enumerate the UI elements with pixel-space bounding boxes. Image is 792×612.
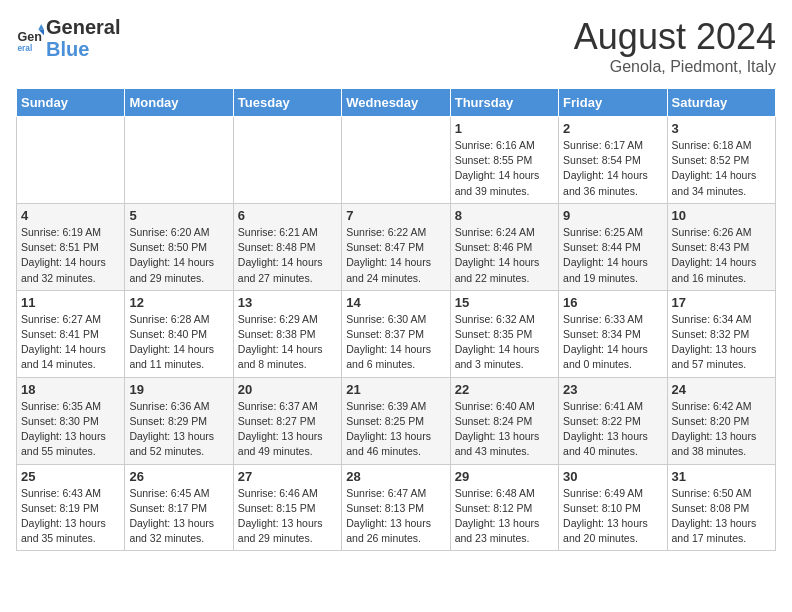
calendar-cell <box>125 117 233 204</box>
calendar-week-row: 4Sunrise: 6:19 AM Sunset: 8:51 PM Daylig… <box>17 203 776 290</box>
day-info: Sunrise: 6:46 AM Sunset: 8:15 PM Dayligh… <box>238 486 337 547</box>
day-number: 6 <box>238 208 337 223</box>
cell-content: 24Sunrise: 6:42 AM Sunset: 8:20 PM Dayli… <box>672 382 771 460</box>
cell-content: 31Sunrise: 6:50 AM Sunset: 8:08 PM Dayli… <box>672 469 771 547</box>
day-info: Sunrise: 6:41 AM Sunset: 8:22 PM Dayligh… <box>563 399 662 460</box>
calendar-cell: 22Sunrise: 6:40 AM Sunset: 8:24 PM Dayli… <box>450 377 558 464</box>
weekday-header-row: SundayMondayTuesdayWednesdayThursdayFrid… <box>17 89 776 117</box>
cell-content: 9Sunrise: 6:25 AM Sunset: 8:44 PM Daylig… <box>563 208 662 286</box>
day-number: 22 <box>455 382 554 397</box>
day-info: Sunrise: 6:29 AM Sunset: 8:38 PM Dayligh… <box>238 312 337 373</box>
calendar-cell: 12Sunrise: 6:28 AM Sunset: 8:40 PM Dayli… <box>125 290 233 377</box>
calendar-cell: 13Sunrise: 6:29 AM Sunset: 8:38 PM Dayli… <box>233 290 341 377</box>
cell-content: 19Sunrise: 6:36 AM Sunset: 8:29 PM Dayli… <box>129 382 228 460</box>
calendar-cell: 30Sunrise: 6:49 AM Sunset: 8:10 PM Dayli… <box>559 464 667 551</box>
day-info: Sunrise: 6:47 AM Sunset: 8:13 PM Dayligh… <box>346 486 445 547</box>
day-number: 16 <box>563 295 662 310</box>
cell-content: 2Sunrise: 6:17 AM Sunset: 8:54 PM Daylig… <box>563 121 662 199</box>
calendar-week-row: 25Sunrise: 6:43 AM Sunset: 8:19 PM Dayli… <box>17 464 776 551</box>
day-info: Sunrise: 6:21 AM Sunset: 8:48 PM Dayligh… <box>238 225 337 286</box>
day-number: 23 <box>563 382 662 397</box>
day-number: 4 <box>21 208 120 223</box>
day-number: 18 <box>21 382 120 397</box>
day-info: Sunrise: 6:26 AM Sunset: 8:43 PM Dayligh… <box>672 225 771 286</box>
calendar-cell: 15Sunrise: 6:32 AM Sunset: 8:35 PM Dayli… <box>450 290 558 377</box>
day-number: 28 <box>346 469 445 484</box>
location-title: Genola, Piedmont, Italy <box>574 58 776 76</box>
cell-content: 10Sunrise: 6:26 AM Sunset: 8:43 PM Dayli… <box>672 208 771 286</box>
logo-text: General Blue <box>46 16 120 60</box>
day-number: 30 <box>563 469 662 484</box>
day-number: 19 <box>129 382 228 397</box>
calendar-week-row: 18Sunrise: 6:35 AM Sunset: 8:30 PM Dayli… <box>17 377 776 464</box>
day-info: Sunrise: 6:34 AM Sunset: 8:32 PM Dayligh… <box>672 312 771 373</box>
cell-content: 3Sunrise: 6:18 AM Sunset: 8:52 PM Daylig… <box>672 121 771 199</box>
calendar-table: SundayMondayTuesdayWednesdayThursdayFrid… <box>16 88 776 551</box>
calendar-cell: 16Sunrise: 6:33 AM Sunset: 8:34 PM Dayli… <box>559 290 667 377</box>
svg-text:eral: eral <box>17 43 32 52</box>
cell-content: 23Sunrise: 6:41 AM Sunset: 8:22 PM Dayli… <box>563 382 662 460</box>
day-info: Sunrise: 6:39 AM Sunset: 8:25 PM Dayligh… <box>346 399 445 460</box>
day-number: 29 <box>455 469 554 484</box>
cell-content: 26Sunrise: 6:45 AM Sunset: 8:17 PM Dayli… <box>129 469 228 547</box>
weekday-header-friday: Friday <box>559 89 667 117</box>
weekday-header-sunday: Sunday <box>17 89 125 117</box>
cell-content: 1Sunrise: 6:16 AM Sunset: 8:55 PM Daylig… <box>455 121 554 199</box>
cell-content: 6Sunrise: 6:21 AM Sunset: 8:48 PM Daylig… <box>238 208 337 286</box>
logo-blue: Blue <box>46 38 89 60</box>
title-section: August 2024 Genola, Piedmont, Italy <box>574 16 776 76</box>
cell-content: 15Sunrise: 6:32 AM Sunset: 8:35 PM Dayli… <box>455 295 554 373</box>
cell-content: 30Sunrise: 6:49 AM Sunset: 8:10 PM Dayli… <box>563 469 662 547</box>
cell-content: 13Sunrise: 6:29 AM Sunset: 8:38 PM Dayli… <box>238 295 337 373</box>
day-number: 5 <box>129 208 228 223</box>
day-number: 26 <box>129 469 228 484</box>
calendar-cell: 11Sunrise: 6:27 AM Sunset: 8:41 PM Dayli… <box>17 290 125 377</box>
cell-content: 17Sunrise: 6:34 AM Sunset: 8:32 PM Dayli… <box>672 295 771 373</box>
day-number: 14 <box>346 295 445 310</box>
day-info: Sunrise: 6:35 AM Sunset: 8:30 PM Dayligh… <box>21 399 120 460</box>
weekday-header-wednesday: Wednesday <box>342 89 450 117</box>
calendar-cell: 31Sunrise: 6:50 AM Sunset: 8:08 PM Dayli… <box>667 464 775 551</box>
month-title: August 2024 <box>574 16 776 58</box>
day-number: 7 <box>346 208 445 223</box>
day-info: Sunrise: 6:42 AM Sunset: 8:20 PM Dayligh… <box>672 399 771 460</box>
calendar-week-row: 1Sunrise: 6:16 AM Sunset: 8:55 PM Daylig… <box>17 117 776 204</box>
page-header: Gen eral General Blue August 2024 Genola… <box>16 16 776 76</box>
cell-content: 12Sunrise: 6:28 AM Sunset: 8:40 PM Dayli… <box>129 295 228 373</box>
day-info: Sunrise: 6:36 AM Sunset: 8:29 PM Dayligh… <box>129 399 228 460</box>
calendar-cell: 19Sunrise: 6:36 AM Sunset: 8:29 PM Dayli… <box>125 377 233 464</box>
day-info: Sunrise: 6:45 AM Sunset: 8:17 PM Dayligh… <box>129 486 228 547</box>
calendar-cell: 17Sunrise: 6:34 AM Sunset: 8:32 PM Dayli… <box>667 290 775 377</box>
day-info: Sunrise: 6:24 AM Sunset: 8:46 PM Dayligh… <box>455 225 554 286</box>
calendar-cell: 4Sunrise: 6:19 AM Sunset: 8:51 PM Daylig… <box>17 203 125 290</box>
day-info: Sunrise: 6:22 AM Sunset: 8:47 PM Dayligh… <box>346 225 445 286</box>
day-number: 9 <box>563 208 662 223</box>
day-number: 17 <box>672 295 771 310</box>
day-number: 2 <box>563 121 662 136</box>
cell-content: 29Sunrise: 6:48 AM Sunset: 8:12 PM Dayli… <box>455 469 554 547</box>
cell-content: 25Sunrise: 6:43 AM Sunset: 8:19 PM Dayli… <box>21 469 120 547</box>
day-info: Sunrise: 6:48 AM Sunset: 8:12 PM Dayligh… <box>455 486 554 547</box>
calendar-cell: 8Sunrise: 6:24 AM Sunset: 8:46 PM Daylig… <box>450 203 558 290</box>
cell-content: 28Sunrise: 6:47 AM Sunset: 8:13 PM Dayli… <box>346 469 445 547</box>
calendar-cell: 29Sunrise: 6:48 AM Sunset: 8:12 PM Dayli… <box>450 464 558 551</box>
cell-content: 7Sunrise: 6:22 AM Sunset: 8:47 PM Daylig… <box>346 208 445 286</box>
calendar-cell: 24Sunrise: 6:42 AM Sunset: 8:20 PM Dayli… <box>667 377 775 464</box>
day-info: Sunrise: 6:33 AM Sunset: 8:34 PM Dayligh… <box>563 312 662 373</box>
weekday-header-tuesday: Tuesday <box>233 89 341 117</box>
calendar-cell: 18Sunrise: 6:35 AM Sunset: 8:30 PM Dayli… <box>17 377 125 464</box>
calendar-cell: 1Sunrise: 6:16 AM Sunset: 8:55 PM Daylig… <box>450 117 558 204</box>
calendar-cell: 26Sunrise: 6:45 AM Sunset: 8:17 PM Dayli… <box>125 464 233 551</box>
day-info: Sunrise: 6:17 AM Sunset: 8:54 PM Dayligh… <box>563 138 662 199</box>
svg-text:Gen: Gen <box>17 30 42 44</box>
day-number: 27 <box>238 469 337 484</box>
cell-content: 8Sunrise: 6:24 AM Sunset: 8:46 PM Daylig… <box>455 208 554 286</box>
cell-content: 27Sunrise: 6:46 AM Sunset: 8:15 PM Dayli… <box>238 469 337 547</box>
calendar-cell <box>233 117 341 204</box>
cell-content: 20Sunrise: 6:37 AM Sunset: 8:27 PM Dayli… <box>238 382 337 460</box>
cell-content: 14Sunrise: 6:30 AM Sunset: 8:37 PM Dayli… <box>346 295 445 373</box>
day-info: Sunrise: 6:27 AM Sunset: 8:41 PM Dayligh… <box>21 312 120 373</box>
calendar-cell: 25Sunrise: 6:43 AM Sunset: 8:19 PM Dayli… <box>17 464 125 551</box>
calendar-cell <box>17 117 125 204</box>
day-number: 13 <box>238 295 337 310</box>
